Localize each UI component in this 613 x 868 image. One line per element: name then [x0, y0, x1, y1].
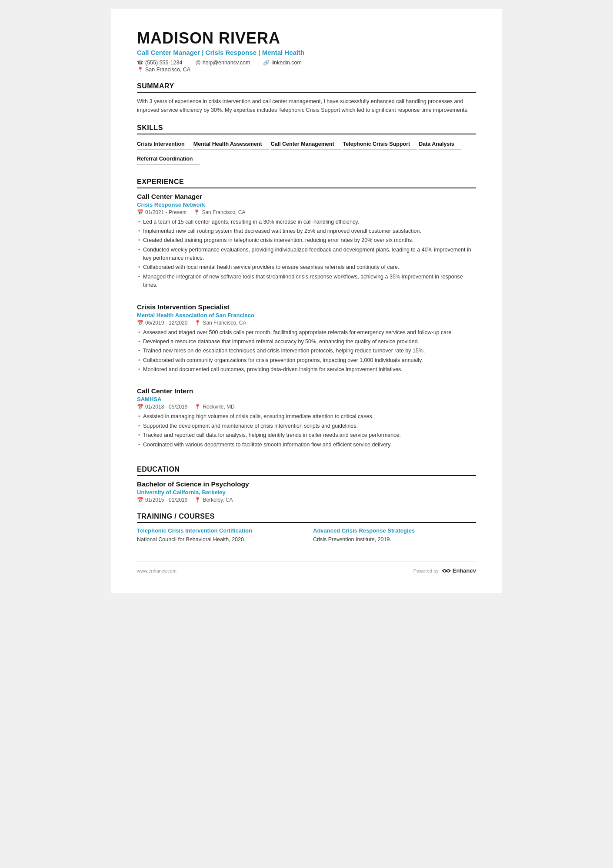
job-title: Call Center Intern	[137, 387, 476, 395]
list-item: Developed a resource database that impro…	[137, 338, 476, 346]
job-title: Crisis Intervention Specialist	[137, 303, 476, 311]
training-title: Telephonic Crisis Intervention Certifica…	[137, 527, 300, 534]
exp-meta: 📅 01/2021 - Present 📍 San Francisco, CA	[137, 209, 476, 215]
skills-section: SKILLS Crisis InterventionMental Health …	[137, 124, 476, 168]
list-item: Coordinated with various departments to …	[137, 441, 476, 449]
dates-item: 📅 01/2021 - Present	[137, 209, 187, 215]
location-value: San Francisco, CA	[145, 67, 190, 73]
enhancv-logo-icon	[441, 566, 451, 576]
location-value: Rockville, MD	[203, 404, 234, 410]
email-icon: @	[195, 60, 200, 66]
resume-page: MADISON RIVERA Call Center Manager | Cri…	[111, 9, 502, 593]
pin-icon: 📍	[193, 209, 200, 215]
degree-title: Bachelor of Science in Psychology	[137, 480, 476, 488]
list-item: Supported the development and maintenanc…	[137, 422, 476, 430]
edu-dates: 📅 01/2015 - 01/2019	[137, 497, 187, 503]
list-item: Conducted weekly performance evaluations…	[137, 246, 476, 263]
summary-text: With 3 years of experience in crisis int…	[137, 97, 476, 114]
experience-title: EXPERIENCE	[137, 178, 476, 188]
dates-value: 01/2018 - 05/2019	[145, 404, 187, 410]
list-item: Created detailed training programs in te…	[137, 236, 476, 245]
location-icon: 📍	[137, 67, 143, 73]
summary-section: SUMMARY With 3 years of experience in cr…	[137, 82, 476, 114]
edu-location: 📍 Berkeley, CA	[194, 497, 233, 503]
training-title: Advanced Crisis Response Strategies	[313, 527, 476, 534]
location-value: San Francisco, CA	[203, 320, 246, 326]
brand-name: Enhancv	[453, 567, 476, 574]
list-item: Assisted in managing high volumes of cri…	[137, 412, 476, 421]
summary-title: SUMMARY	[137, 82, 476, 93]
dates-item: 📅 06/2019 - 12/2020	[137, 320, 187, 326]
location-item: 📍 San Francisco, CA	[194, 320, 246, 326]
list-item: Implemented new call routing system that…	[137, 227, 476, 235]
bullet-list: Assisted in managing high volumes of cri…	[137, 412, 476, 449]
skills-grid: Crisis InterventionMental Health Assessm…	[137, 139, 476, 168]
page-footer: www.enhancv.com Powered by Enhancv	[137, 561, 476, 576]
experience-entry: Crisis Intervention Specialist Mental He…	[137, 303, 476, 382]
header: MADISON RIVERA Call Center Manager | Cri…	[137, 30, 476, 73]
company-name: Mental Health Association of San Francis…	[137, 312, 476, 318]
experience-entries: Call Center Manager Crisis Response Netw…	[137, 193, 476, 456]
location-item: 📍 Rockville, MD	[194, 404, 234, 410]
training-item: Advanced Crisis Response Strategies Cris…	[313, 527, 476, 544]
calendar-icon: 📅	[137, 209, 143, 215]
training-item: Telephonic Crisis Intervention Certifica…	[137, 527, 300, 544]
footer-url: www.enhancv.com	[137, 568, 177, 573]
list-item: Led a team of 15 call center agents, res…	[137, 218, 476, 226]
pin-icon: 📍	[194, 497, 201, 503]
list-item: Assessed and triaged over 500 crisis cal…	[137, 328, 476, 337]
edu-meta: 📅 01/2015 - 01/2019 📍 Berkeley, CA	[137, 497, 476, 503]
skill-item: Mental Health Assessment	[193, 139, 269, 150]
calendar-icon: 📅	[137, 497, 143, 503]
location-item: 📍 San Francisco, CA	[193, 209, 245, 215]
footer-powered: Powered by Enhancv	[413, 566, 476, 576]
edu-dates-value: 01/2015 - 01/2019	[145, 497, 187, 503]
list-item: Monitored and documented call outcomes, …	[137, 365, 476, 374]
skills-title: SKILLS	[137, 124, 476, 134]
calendar-icon: 📅	[137, 320, 143, 326]
skill-item: Data Analysis	[419, 139, 461, 150]
education-entry: Bachelor of Science in Psychology Univer…	[137, 480, 476, 503]
training-info: National Council for Behavioral Health, …	[137, 536, 300, 544]
list-item: Trained new hires on de-escalation techn…	[137, 347, 476, 355]
link-icon: 🔗	[263, 60, 270, 66]
phone-icon: ☎	[137, 60, 143, 66]
linkedin-value: linkedin.com	[271, 60, 301, 66]
skill-item: Call Center Management	[271, 139, 341, 150]
company-name: SAMHSA	[137, 396, 476, 402]
phone-contact: ☎ (555) 555-1234	[137, 60, 182, 66]
list-item: Collaborated with community organization…	[137, 356, 476, 365]
dates-item: 📅 01/2018 - 05/2019	[137, 404, 187, 410]
experience-entry: Call Center Intern SAMHSA 📅 01/2018 - 05…	[137, 387, 476, 456]
location-row: 📍 San Francisco, CA	[137, 67, 476, 73]
bullet-list: Assessed and triaged over 500 crisis cal…	[137, 328, 476, 374]
training-section: TRAINING / COURSES Telephonic Crisis Int…	[137, 513, 476, 544]
exp-meta: 📅 06/2019 - 12/2020 📍 San Francisco, CA	[137, 320, 476, 326]
candidate-name: MADISON RIVERA	[137, 30, 476, 47]
education-entries: Bachelor of Science in Psychology Univer…	[137, 480, 476, 503]
email-value: help@enhancv.com	[203, 60, 250, 66]
candidate-title: Call Center Manager | Crisis Response | …	[137, 49, 476, 56]
enhancv-logo: Enhancv	[441, 566, 476, 576]
exp-meta: 📅 01/2018 - 05/2019 📍 Rockville, MD	[137, 404, 476, 410]
skill-item: Crisis Intervention	[137, 139, 192, 150]
edu-location-value: Berkeley, CA	[203, 497, 233, 503]
linkedin-contact: 🔗 linkedin.com	[263, 60, 301, 66]
dates-value: 06/2019 - 12/2020	[145, 320, 187, 326]
experience-entry: Call Center Manager Crisis Response Netw…	[137, 193, 476, 297]
location-contact: 📍 San Francisco, CA	[137, 67, 190, 73]
email-contact: @ help@enhancv.com	[195, 60, 250, 66]
skill-item: Telephonic Crisis Support	[343, 139, 417, 150]
contact-row: ☎ (555) 555-1234 @ help@enhancv.com 🔗 li…	[137, 60, 476, 66]
list-item: Managed the integration of new software …	[137, 273, 476, 290]
dates-value: 01/2021 - Present	[145, 209, 187, 215]
training-info: Crisis Prevention Institute, 2019.	[313, 536, 476, 544]
institution-name: University of California, Berkeley	[137, 489, 476, 496]
job-title: Call Center Manager	[137, 193, 476, 201]
bullet-list: Led a team of 15 call center agents, res…	[137, 218, 476, 290]
powered-by-text: Powered by	[413, 568, 439, 573]
phone-value: (555) 555-1234	[145, 60, 182, 66]
pin-icon: 📍	[194, 404, 201, 410]
calendar-icon: 📅	[137, 404, 143, 410]
skill-item: Referral Coordination	[137, 154, 200, 165]
